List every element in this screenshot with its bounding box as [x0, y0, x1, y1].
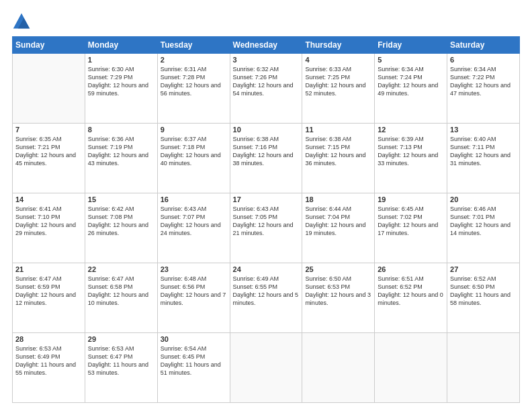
day-number: 22	[88, 265, 154, 273]
calendar-cell: 16Sunrise: 6:43 AMSunset: 7:07 PMDayligh…	[157, 193, 230, 263]
calendar-cell	[375, 333, 447, 403]
day-number: 2	[161, 56, 227, 64]
cell-info: Sunrise: 6:40 AMSunset: 7:11 PMDaylight:…	[450, 135, 517, 168]
calendar-cell: 9Sunrise: 6:37 AMSunset: 7:18 PMDaylight…	[157, 124, 230, 193]
calendar-cell: 17Sunrise: 6:43 AMSunset: 7:05 PMDayligh…	[230, 193, 302, 263]
day-number: 27	[450, 265, 517, 273]
cell-info: Sunrise: 6:38 AMSunset: 7:16 PMDaylight:…	[233, 135, 300, 168]
cell-info: Sunrise: 6:30 AMSunset: 7:29 PMDaylight:…	[88, 65, 154, 98]
calendar-cell: 19Sunrise: 6:45 AMSunset: 7:02 PMDayligh…	[375, 193, 447, 263]
cell-info: Sunrise: 6:53 AMSunset: 6:47 PMDaylight:…	[88, 345, 154, 377]
cell-info: Sunrise: 6:47 AMSunset: 6:59 PMDaylight:…	[15, 275, 82, 308]
weekday-header: Thursday	[302, 37, 375, 54]
cell-info: Sunrise: 6:35 AMSunset: 7:21 PMDaylight:…	[15, 135, 82, 168]
calendar-cell: 7Sunrise: 6:35 AMSunset: 7:21 PMDaylight…	[13, 124, 85, 193]
header	[12, 12, 520, 31]
cell-info: Sunrise: 6:34 AMSunset: 7:22 PMDaylight:…	[450, 65, 517, 98]
calendar-cell	[302, 333, 375, 403]
logo-icon	[12, 12, 31, 31]
cell-info: Sunrise: 6:33 AMSunset: 7:25 PMDaylight:…	[305, 65, 371, 98]
weekday-header: Saturday	[447, 37, 520, 54]
day-number: 11	[305, 126, 371, 134]
calendar-cell: 11Sunrise: 6:38 AMSunset: 7:15 PMDayligh…	[302, 124, 375, 193]
day-number: 19	[378, 195, 444, 203]
day-number: 26	[378, 265, 444, 273]
cell-info: Sunrise: 6:48 AMSunset: 6:56 PMDaylight:…	[161, 275, 227, 308]
page: SundayMondayTuesdayWednesdayThursdayFrid…	[0, 0, 532, 411]
day-number: 28	[15, 335, 82, 343]
weekday-header: Wednesday	[230, 37, 302, 54]
calendar-cell: 13Sunrise: 6:40 AMSunset: 7:11 PMDayligh…	[447, 124, 520, 193]
weekday-header-row: SundayMondayTuesdayWednesdayThursdayFrid…	[13, 37, 520, 54]
day-number: 21	[15, 265, 82, 273]
day-number: 4	[305, 56, 371, 64]
calendar-cell: 5Sunrise: 6:34 AMSunset: 7:24 PMDaylight…	[375, 54, 447, 124]
calendar-cell: 6Sunrise: 6:34 AMSunset: 7:22 PMDaylight…	[447, 54, 520, 124]
day-number: 8	[88, 126, 154, 134]
calendar-cell: 21Sunrise: 6:47 AMSunset: 6:59 PMDayligh…	[13, 263, 85, 333]
calendar-cell: 4Sunrise: 6:33 AMSunset: 7:25 PMDaylight…	[302, 54, 375, 124]
calendar-cell: 20Sunrise: 6:46 AMSunset: 7:01 PMDayligh…	[447, 193, 520, 263]
calendar-cell: 12Sunrise: 6:39 AMSunset: 7:13 PMDayligh…	[375, 124, 447, 193]
calendar-week-row: 14Sunrise: 6:41 AMSunset: 7:10 PMDayligh…	[13, 193, 520, 263]
cell-info: Sunrise: 6:44 AMSunset: 7:04 PMDaylight:…	[305, 205, 371, 238]
calendar-cell: 18Sunrise: 6:44 AMSunset: 7:04 PMDayligh…	[302, 193, 375, 263]
calendar-cell: 29Sunrise: 6:53 AMSunset: 6:47 PMDayligh…	[85, 333, 157, 403]
day-number: 25	[305, 265, 371, 273]
day-number: 1	[88, 56, 154, 64]
day-number: 30	[161, 335, 227, 343]
calendar-cell: 1Sunrise: 6:30 AMSunset: 7:29 PMDaylight…	[85, 54, 157, 124]
calendar-cell: 8Sunrise: 6:36 AMSunset: 7:19 PMDaylight…	[85, 124, 157, 193]
cell-info: Sunrise: 6:42 AMSunset: 7:08 PMDaylight:…	[88, 205, 154, 238]
weekday-header: Tuesday	[157, 37, 230, 54]
weekday-header: Monday	[85, 37, 157, 54]
cell-info: Sunrise: 6:47 AMSunset: 6:58 PMDaylight:…	[88, 275, 154, 308]
cell-info: Sunrise: 6:38 AMSunset: 7:15 PMDaylight:…	[305, 135, 371, 168]
calendar-cell: 3Sunrise: 6:32 AMSunset: 7:26 PMDaylight…	[230, 54, 302, 124]
calendar-cell: 15Sunrise: 6:42 AMSunset: 7:08 PMDayligh…	[85, 193, 157, 263]
day-number: 10	[233, 126, 300, 134]
cell-info: Sunrise: 6:41 AMSunset: 7:10 PMDaylight:…	[15, 205, 82, 238]
calendar-cell: 23Sunrise: 6:48 AMSunset: 6:56 PMDayligh…	[157, 263, 230, 333]
cell-info: Sunrise: 6:43 AMSunset: 7:05 PMDaylight:…	[233, 205, 300, 238]
day-number: 18	[305, 195, 371, 203]
day-number: 29	[88, 335, 154, 343]
day-number: 15	[88, 195, 154, 203]
calendar-cell: 10Sunrise: 6:38 AMSunset: 7:16 PMDayligh…	[230, 124, 302, 193]
day-number: 14	[15, 195, 82, 203]
calendar: SundayMondayTuesdayWednesdayThursdayFrid…	[12, 36, 520, 403]
calendar-cell: 28Sunrise: 6:53 AMSunset: 6:49 PMDayligh…	[13, 333, 85, 403]
cell-info: Sunrise: 6:50 AMSunset: 6:53 PMDaylight:…	[305, 275, 371, 308]
cell-info: Sunrise: 6:43 AMSunset: 7:07 PMDaylight:…	[161, 205, 227, 238]
cell-info: Sunrise: 6:32 AMSunset: 7:26 PMDaylight:…	[233, 65, 300, 98]
weekday-header: Friday	[375, 37, 447, 54]
calendar-week-row: 7Sunrise: 6:35 AMSunset: 7:21 PMDaylight…	[13, 124, 520, 193]
cell-info: Sunrise: 6:46 AMSunset: 7:01 PMDaylight:…	[450, 205, 517, 238]
cell-info: Sunrise: 6:49 AMSunset: 6:55 PMDaylight:…	[233, 275, 300, 308]
day-number: 6	[450, 56, 517, 64]
cell-info: Sunrise: 6:51 AMSunset: 6:52 PMDaylight:…	[378, 275, 444, 308]
cell-info: Sunrise: 6:36 AMSunset: 7:19 PMDaylight:…	[88, 135, 154, 168]
cell-info: Sunrise: 6:45 AMSunset: 7:02 PMDaylight:…	[378, 205, 444, 238]
logo	[12, 12, 34, 31]
calendar-week-row: 28Sunrise: 6:53 AMSunset: 6:49 PMDayligh…	[13, 333, 520, 403]
day-number: 24	[233, 265, 300, 273]
calendar-cell: 2Sunrise: 6:31 AMSunset: 7:28 PMDaylight…	[157, 54, 230, 124]
calendar-cell	[230, 333, 302, 403]
calendar-cell: 14Sunrise: 6:41 AMSunset: 7:10 PMDayligh…	[13, 193, 85, 263]
cell-info: Sunrise: 6:39 AMSunset: 7:13 PMDaylight:…	[378, 135, 444, 168]
day-number: 16	[161, 195, 227, 203]
calendar-cell: 26Sunrise: 6:51 AMSunset: 6:52 PMDayligh…	[375, 263, 447, 333]
cell-info: Sunrise: 6:34 AMSunset: 7:24 PMDaylight:…	[378, 65, 444, 98]
calendar-cell: 22Sunrise: 6:47 AMSunset: 6:58 PMDayligh…	[85, 263, 157, 333]
calendar-cell: 27Sunrise: 6:52 AMSunset: 6:50 PMDayligh…	[447, 263, 520, 333]
calendar-cell: 24Sunrise: 6:49 AMSunset: 6:55 PMDayligh…	[230, 263, 302, 333]
day-number: 9	[161, 126, 227, 134]
calendar-week-row: 1Sunrise: 6:30 AMSunset: 7:29 PMDaylight…	[13, 54, 520, 124]
day-number: 17	[233, 195, 300, 203]
calendar-cell	[447, 333, 520, 403]
cell-info: Sunrise: 6:37 AMSunset: 7:18 PMDaylight:…	[161, 135, 227, 168]
calendar-cell: 30Sunrise: 6:54 AMSunset: 6:45 PMDayligh…	[157, 333, 230, 403]
day-number: 13	[450, 126, 517, 134]
cell-info: Sunrise: 6:53 AMSunset: 6:49 PMDaylight:…	[15, 345, 82, 377]
